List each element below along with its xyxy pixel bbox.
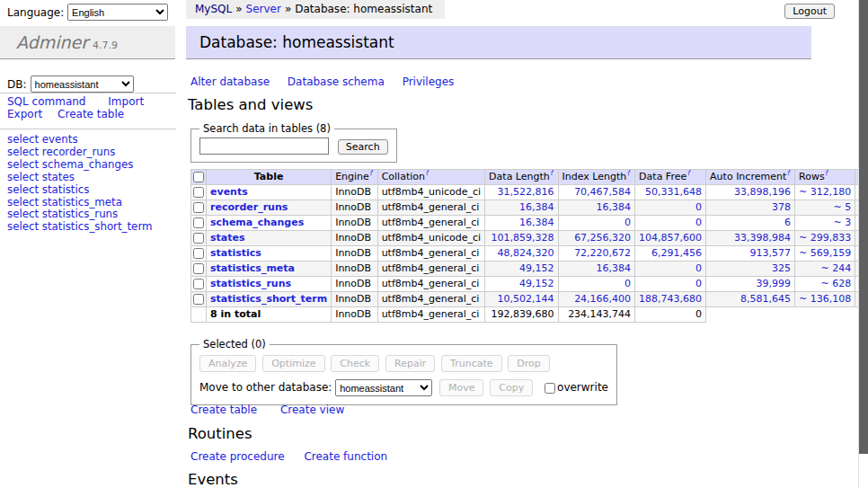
help-link[interactable]: ? — [626, 170, 631, 178]
table-row: schema_changesInnoDButf8mb4_general_ci16… — [191, 216, 868, 231]
privileges-link[interactable]: Privileges — [403, 75, 455, 88]
help-link[interactable]: ? — [786, 170, 791, 178]
total-cell: InnoDB — [332, 307, 377, 323]
table-cell: utf8mb4_general_ci — [377, 292, 484, 307]
create-view-link[interactable]: Create view — [280, 404, 344, 416]
column-header-rows: Rows — [799, 171, 825, 182]
table-cell: InnoDB — [332, 246, 377, 262]
overwrite-checkbox[interactable] — [545, 383, 555, 394]
help-link[interactable]: ? — [425, 170, 430, 178]
help-link[interactable]: ? — [686, 170, 691, 178]
table-cell: ~ 569,159 — [795, 246, 855, 262]
language-row: Language: English — [7, 4, 168, 21]
table-cell: 67,256,320 — [558, 231, 635, 246]
help-link[interactable]: ? — [550, 170, 554, 178]
db-select[interactable]: homeassistant — [31, 75, 134, 93]
table-link-statistics_meta[interactable]: statistics_meta — [210, 262, 295, 274]
total-cell: 0 — [635, 307, 706, 323]
move-database-select[interactable]: homeassistant — [335, 379, 432, 396]
table-cell: ~ 299,833 — [795, 231, 855, 246]
search-button[interactable]: Search — [338, 139, 388, 155]
table-row: statistics_metaInnoDButf8mb4_general_ci4… — [191, 262, 868, 277]
table-link-statistics[interactable]: statistics — [210, 247, 261, 259]
logout-button[interactable]: Logout — [784, 4, 835, 19]
table-cell: 49,152 — [485, 262, 558, 277]
column-header-data-free: Data Free — [639, 171, 686, 182]
table-cell: utf8mb4_general_ci — [377, 200, 484, 216]
table-link-schema_changes[interactable]: schema_changes — [210, 217, 304, 228]
sidebar-item-select-recorder-runs[interactable]: select recorder_runs — [7, 146, 153, 159]
alter-database-link[interactable]: Alter database — [190, 75, 270, 88]
analyze-button[interactable]: Analyze — [199, 355, 256, 372]
table-row: statistics_short_termInnoDButf8mb4_gener… — [191, 292, 868, 307]
sidebar-item-select-events[interactable]: select events — [7, 134, 153, 146]
sidebar-item-select-statistics[interactable]: select statistics — [7, 184, 153, 197]
optimize-button[interactable]: Optimize — [262, 355, 324, 372]
table-cell: 8,581,645 — [706, 292, 795, 307]
create-table-link[interactable]: Create table — [190, 404, 257, 416]
select-all-checkbox[interactable] — [193, 172, 204, 182]
scrollbar-track[interactable] — [858, 0, 868, 488]
copy-button[interactable]: Copy — [490, 379, 533, 396]
row-checkbox[interactable] — [193, 294, 204, 305]
table-cell: utf8mb4_general_ci — [377, 216, 484, 231]
row-checkbox[interactable] — [193, 202, 204, 213]
language-select[interactable]: English — [67, 4, 168, 21]
table-link-statistics_runs[interactable]: statistics_runs — [210, 278, 291, 289]
breadcrumb: MySQL»Server»Database: homeassistant — [186, 0, 445, 19]
table-link-recorder_runs[interactable]: recorder_runs — [210, 201, 288, 213]
table-row: eventsInnoDButf8mb4_unicode_ci31,522,816… — [191, 185, 868, 200]
scrollbar-thumb[interactable] — [859, 0, 868, 454]
create-procedure-link[interactable]: Create procedure — [190, 450, 285, 463]
row-checkbox[interactable] — [193, 248, 204, 259]
table-link-statistics_short_term[interactable]: statistics_short_term — [210, 293, 327, 305]
table-cell: 0 — [558, 216, 635, 231]
create-links: Create table Create view — [190, 404, 364, 416]
breadcrumb-mysql-link[interactable]: MySQL — [195, 3, 232, 15]
export-link[interactable]: Export — [7, 108, 42, 120]
total-label-cell: 8 in total — [207, 307, 332, 323]
sidebar-action-links: SQL command Import Export Create table — [7, 95, 144, 120]
column-header-table: Table — [254, 171, 284, 182]
sidebar-item-select-states[interactable]: select states — [7, 172, 153, 184]
sidebar-item-select-schema-changes[interactable]: select schema_changes — [7, 159, 153, 172]
drop-button[interactable]: Drop — [508, 355, 549, 372]
sidebar-item-select-statistics-runs[interactable]: select statistics_runs — [7, 209, 153, 221]
table-cell: 0 — [635, 277, 706, 292]
create-table-link-sidebar[interactable]: Create table — [58, 108, 124, 120]
table-cell: 6,291,456 — [635, 246, 706, 262]
sidebar-item-select-statistics-meta[interactable]: select statistics_meta — [7, 197, 153, 209]
table-row: recorder_runsInnoDButf8mb4_general_ci16,… — [191, 200, 868, 216]
row-checkbox[interactable] — [193, 279, 204, 289]
table-cell: 31,522,816 — [485, 185, 558, 200]
row-checkbox[interactable] — [193, 217, 204, 228]
tables-table: TableEngine?Collation?Data Length?Index … — [190, 169, 868, 323]
move-row: Move to other database: homeassistant Mo… — [199, 379, 608, 396]
sql-command-link[interactable]: SQL command — [7, 95, 85, 108]
check-button[interactable]: Check — [331, 355, 379, 372]
table-cell: 378 — [706, 200, 795, 216]
table-link-events[interactable]: events — [210, 186, 248, 198]
breadcrumb-current: Database: homeassistant — [295, 3, 432, 15]
truncate-button[interactable]: Truncate — [441, 355, 501, 372]
table-cell: 48,824,320 — [485, 246, 558, 262]
table-link-states[interactable]: states — [210, 232, 245, 244]
import-link[interactable]: Import — [108, 95, 144, 108]
search-input[interactable] — [199, 138, 329, 155]
move-button[interactable]: Move — [439, 379, 484, 396]
database-links: Alter database Database schema Privilege… — [190, 75, 468, 88]
repair-button[interactable]: Repair — [385, 355, 435, 372]
row-checkbox[interactable] — [193, 233, 204, 244]
selected-buttons-row: Analyze Optimize Check Repair Truncate D… — [199, 355, 608, 372]
help-link[interactable]: ? — [369, 170, 374, 178]
help-link[interactable]: ? — [825, 170, 829, 178]
row-checkbox[interactable] — [193, 187, 204, 198]
total-cell: 192,839,680 — [485, 307, 558, 323]
total-empty-cell — [191, 307, 207, 323]
sidebar-item-select-statistics-short-term[interactable]: select statistics_short_term — [7, 221, 153, 234]
breadcrumb-server-link[interactable]: Server — [246, 3, 281, 15]
row-checkbox[interactable] — [193, 263, 204, 274]
create-function-link[interactable]: Create function — [304, 450, 387, 463]
database-schema-link[interactable]: Database schema — [288, 75, 385, 88]
total-row: 8 in totalInnoDButf8mb4_general_ci192,83… — [191, 307, 868, 323]
